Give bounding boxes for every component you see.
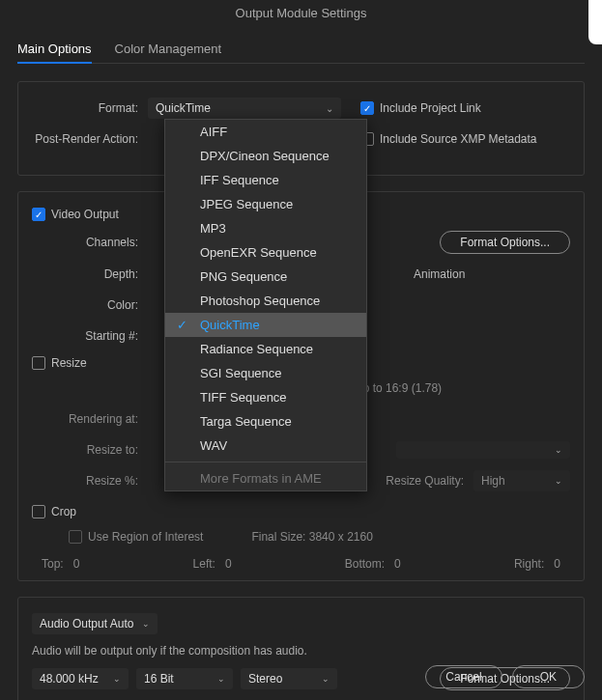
use-roi-checkbox[interactable]: Use Region of Interest [69,530,203,544]
audio-rate-dropdown[interactable]: 48.000 kHz ⌄ [32,668,129,689]
menu-separator [165,462,366,462]
format-menu-item[interactable]: QuickTime [165,313,366,337]
include-xmp-label: Include Source XMP Metadata [380,132,537,146]
crop-bottom-value[interactable]: 0 [394,557,401,571]
format-menu-item[interactable]: Photoshop Sequence [165,289,366,313]
include-project-link-checkbox[interactable]: Include Project Link [360,101,481,115]
checkbox-checked-icon [360,101,374,115]
checkbox-checked-icon [32,208,45,221]
dialog-title: Output Module Settings [0,0,602,26]
lock-aspect-text: io to 16:9 (1.78) [360,381,442,395]
color-label: Color: [32,298,148,312]
depth-label: Depth: [32,267,148,281]
include-xmp-checkbox[interactable]: Include Source XMP Metadata [360,132,537,146]
format-menu-item[interactable]: OpenEXR Sequence [165,240,366,265]
rendering-at-label: Rendering at: [32,412,148,426]
tab-color-management[interactable]: Color Management [115,36,222,63]
audio-rate-value: 48.000 kHz [40,672,99,686]
tab-main-options[interactable]: Main Options [17,36,92,64]
chevron-down-icon: ⌄ [322,674,330,684]
checkbox-unchecked-icon [32,505,45,518]
format-menu-item[interactable]: WAV [165,434,366,458]
resize-quality-value: High [481,474,505,488]
audio-output-value: Audio Output Auto [40,617,133,630]
resize-pct-label: Resize %: [32,474,148,488]
audio-channels-value: Stereo [248,672,282,686]
resize-quality-label: Resize Quality: [386,474,464,488]
ok-button[interactable]: OK [512,665,585,688]
format-menu-item[interactable]: Targa Sequence [165,409,366,434]
resize-to-label: Resize to: [32,443,148,457]
final-size-text: Final Size: 3840 x 2160 [251,530,372,544]
format-menu-more[interactable]: More Formats in AME [165,466,366,490]
format-menu-item[interactable]: JPEG Sequence [165,192,366,216]
chevron-down-icon: ⌄ [326,103,333,114]
corner-artifact [588,0,602,44]
checkbox-unchecked-icon [32,356,45,370]
format-menu-item[interactable]: IFF Sequence [165,168,366,192]
crop-right-value[interactable]: 0 [554,557,560,571]
chevron-down-icon: ⌄ [555,445,562,455]
format-dropdown-menu: AIFFDPX/Cineon SequenceIFF SequenceJPEG … [164,119,367,491]
cancel-button[interactable]: Cancel [425,665,502,688]
codec-name: Animation [406,267,570,281]
crop-label: Crop [51,505,76,518]
audio-depth-dropdown[interactable]: 16 Bit ⌄ [136,668,233,689]
channels-label: Channels: [32,236,148,249]
video-output-label: Video Output [51,208,119,221]
use-roi-label: Use Region of Interest [88,530,203,544]
chevron-down-icon: ⌄ [217,674,225,684]
video-format-options-button[interactable]: Format Options... [440,231,570,254]
resize-quality-dropdown[interactable]: High ⌄ [473,470,570,491]
audio-channels-dropdown[interactable]: Stereo ⌄ [241,668,337,689]
crop-top-value[interactable]: 0 [73,557,80,571]
format-label: Format: [32,101,148,115]
format-menu-item[interactable]: PNG Sequence [165,265,366,289]
crop-checkbox[interactable]: Crop [32,505,570,518]
crop-right-label: Right: [514,557,544,571]
resize-to-dropdown[interactable]: ⌄ [396,441,570,459]
crop-bottom-label: Bottom: [345,557,385,571]
format-menu-item[interactable]: TIFF Sequence [165,385,366,409]
crop-left-label: Left: [193,557,215,571]
audio-note: Audio will be output only if the composi… [32,644,570,658]
format-dropdown[interactable]: QuickTime ⌄ [148,98,341,119]
starting-label: Starting #: [32,329,148,343]
chevron-down-icon: ⌄ [555,476,562,486]
format-menu-item[interactable]: Radiance Sequence [165,337,366,361]
format-menu-item[interactable]: DPX/Cineon Sequence [165,144,366,168]
crop-top-label: Top: [42,557,64,571]
format-dropdown-value: QuickTime [156,101,211,115]
format-menu-item[interactable]: MP3 [165,216,366,240]
format-menu-item[interactable]: AIFF [165,120,366,144]
crop-left-value[interactable]: 0 [225,557,232,571]
chevron-down-icon: ⌄ [142,619,150,629]
checkbox-unchecked-icon [69,530,82,544]
chevron-down-icon: ⌄ [113,674,121,684]
audio-output-dropdown[interactable]: Audio Output Auto ⌄ [32,613,158,634]
tabs-bar: Main Options Color Management [17,36,585,64]
include-project-link-label: Include Project Link [380,101,481,115]
audio-depth-value: 16 Bit [144,672,174,686]
post-render-label: Post-Render Action: [32,132,148,146]
resize-label: Resize [51,356,87,370]
format-menu-item[interactable]: SGI Sequence [165,361,366,385]
